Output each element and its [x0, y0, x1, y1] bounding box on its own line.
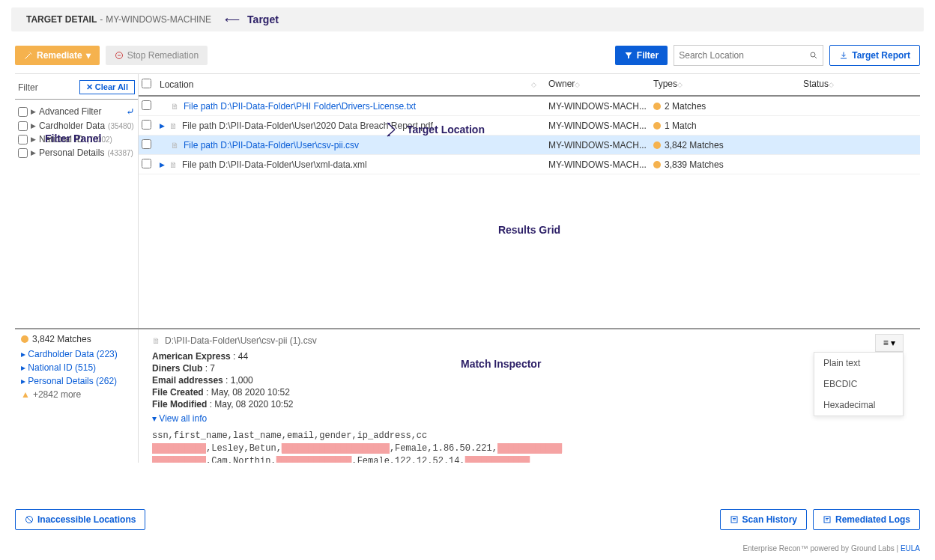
cell-status — [800, 102, 920, 111]
warning-icon: ▲ — [21, 389, 30, 400]
cell-owner: MY-WINDOWS-MACH... — [545, 116, 650, 136]
arrow-split-icon — [386, 118, 404, 141]
filter-item-advanced[interactable]: ▶ Advanced Filter ⤶ — [18, 104, 135, 119]
inspector-more[interactable]: ▲+2842 more — [21, 388, 132, 401]
inspector-group-cardholder[interactable]: ▸ Cardholder Data (223) — [21, 347, 132, 361]
search-input[interactable] — [679, 50, 809, 61]
scan-history-button[interactable]: Scan History — [720, 509, 807, 530]
wand-icon — [24, 51, 33, 60]
remediate-button[interactable]: Remediate ▾ — [15, 46, 100, 65]
sort-icon: ◇ — [677, 81, 689, 88]
cell-status — [800, 141, 920, 150]
cell-types: 1 Match — [650, 116, 800, 136]
col-check-header[interactable] — [139, 74, 157, 95]
remediated-logs-label: Remediated Logs — [835, 514, 910, 525]
format-option-ebcdic[interactable]: EBCDIC — [814, 374, 903, 395]
remediate-label: Remediate — [37, 50, 82, 61]
match-dot-icon — [21, 335, 28, 343]
filter-checkbox[interactable] — [18, 121, 28, 131]
chevron-right-icon: ▶ — [31, 108, 36, 115]
filter-checkbox[interactable] — [18, 148, 28, 158]
chevron-right-icon: ▶ — [31, 122, 36, 130]
eula-link[interactable]: EULA — [901, 544, 920, 553]
table-row[interactable]: ▶🗎File path D:\PII-Data-Folder\User\xml-… — [139, 155, 920, 174]
clear-all-button[interactable]: ✕ Clear All — [79, 80, 135, 94]
location-text: File path D:\PII-Data-Folder\User\csv-pi… — [184, 140, 359, 150]
remediated-logs-button[interactable]: Remediated Logs — [813, 509, 920, 530]
target-report-button[interactable]: Target Report — [829, 45, 920, 66]
filter-list: ▶ Advanced Filter ⤶ ▶ Cardholder Data (3… — [15, 100, 138, 164]
cell-location[interactable]: ▶🗎File path D:\PII-Data-Folder\User\2020… — [157, 116, 545, 136]
col-owner-header[interactable]: Owner◇ — [545, 74, 650, 95]
format-option-plain[interactable]: Plain text — [814, 353, 903, 374]
annotation-target-location: Target Location — [386, 118, 485, 141]
svg-line-3 — [815, 57, 817, 59]
cell-location[interactable]: 🗎File path D:\PII-Data-Folder\PHI Folder… — [157, 97, 545, 116]
cell-owner: MY-WINDOWS-MACH... — [545, 136, 650, 155]
filter-checkbox[interactable] — [18, 107, 28, 117]
filter-head: Filter ✕ Clear All — [15, 77, 138, 100]
col-status-header[interactable]: Status◇ — [800, 74, 920, 95]
inspector-filepath: 🗎 D:\PII-Data-Folder\User\csv-pii (1).cs… — [152, 335, 907, 346]
filter-item-cardholder[interactable]: ▶ Cardholder Data (35480) — [18, 119, 135, 133]
history-icon — [730, 515, 739, 524]
row-checkbox[interactable] — [142, 159, 151, 168]
meta-line: File Modified : May, 08 2020 10:52 — [152, 398, 907, 410]
chevron-right-icon: ▶ — [31, 149, 36, 156]
inspector-group-national-id[interactable]: ▸ National ID (515) — [21, 361, 132, 374]
row-checkbox[interactable] — [142, 100, 151, 110]
format-menu-button[interactable]: ≡ ▾ — [875, 334, 904, 352]
filter-label: Cardholder Data — [39, 121, 105, 131]
grid-body: 🗎File path D:\PII-Data-Folder\PHI Folder… — [139, 97, 920, 174]
search-box[interactable] — [674, 45, 823, 66]
page-title-prefix: TARGET DETAIL — [26, 14, 97, 25]
cell-location[interactable]: 🗎File path D:\PII-Data-Folder\User\csv-p… — [157, 136, 545, 155]
sort-icon: ◇ — [575, 81, 586, 88]
chevron-right-icon: ▶ — [31, 136, 36, 143]
raw-preview: ssn,first_name,last_name,email,gender,ip… — [152, 430, 907, 463]
cell-status — [800, 121, 920, 130]
toolbar: Remediate ▾ Stop Remediation Filter Targ… — [0, 37, 935, 73]
col-types-header[interactable]: Types◇ — [650, 74, 800, 95]
view-all-info-link[interactable]: ▾ View all info — [152, 413, 207, 424]
match-dot-icon — [653, 141, 661, 149]
format-option-hex[interactable]: Hexadecimal — [814, 395, 903, 416]
page-title-target: MY-WINDOWS-MACHINE — [106, 14, 211, 25]
grid-header: Location◇ Owner◇ Types◇ Status◇ — [139, 74, 920, 97]
svg-line-5 — [27, 517, 32, 523]
filter-panel: Filter ✕ Clear All ▶ Advanced Filter ⤶ ▶… — [15, 74, 139, 328]
svg-point-2 — [811, 52, 815, 57]
header-bar: TARGET DETAIL - MY-WINDOWS-MACHINE ⟵ Tar… — [11, 7, 924, 31]
file-icon: 🗎 — [152, 336, 160, 345]
stop-icon — [115, 51, 124, 60]
cell-types: 2 Matches — [650, 97, 800, 116]
location-text: File path D:\PII-Data-Folder\PHI Folder\… — [184, 101, 416, 112]
inspector-left-panel: 3,842 Matches ▸ Cardholder Data (223) ▸ … — [15, 329, 139, 463]
file-icon: 🗎 — [171, 102, 179, 111]
main-content: Filter ✕ Clear All ▶ Advanced Filter ⤶ ▶… — [15, 73, 920, 328]
cell-owner: MY-WINDOWS-MACH... — [545, 97, 650, 116]
cell-location[interactable]: ▶🗎File path D:\PII-Data-Folder\User\xml-… — [157, 155, 545, 174]
table-row[interactable]: 🗎File path D:\PII-Data-Folder\User\csv-p… — [139, 136, 920, 155]
inaccessible-locations-button[interactable]: Inaccessible Locations — [15, 509, 145, 530]
file-icon: 🗎 — [169, 121, 178, 130]
row-checkbox[interactable] — [142, 139, 151, 149]
filter-button[interactable]: Filter — [615, 46, 668, 65]
block-icon — [25, 515, 34, 524]
table-row[interactable]: ▶🗎File path D:\PII-Data-Folder\User\2020… — [139, 116, 920, 136]
match-dot-icon — [653, 122, 661, 130]
row-checkbox[interactable] — [142, 120, 151, 130]
table-row[interactable]: 🗎File path D:\PII-Data-Folder\PHI Folder… — [139, 97, 920, 116]
col-location-header[interactable]: Location◇ — [157, 74, 545, 95]
match-dot-icon — [653, 103, 661, 110]
annotation-filter-panel: Filter Panel — [45, 133, 101, 144]
stop-remediation-button[interactable]: Stop Remediation — [106, 46, 208, 65]
filter-item-personal[interactable]: ▶ Personal Details (43387) — [18, 146, 135, 159]
cell-owner: MY-WINDOWS-MACH... — [545, 155, 650, 174]
filter-count: (35480) — [108, 122, 133, 130]
results-grid: Location◇ Owner◇ Types◇ Status◇ 🗎File pa… — [139, 74, 920, 328]
filter-checkbox[interactable] — [18, 135, 28, 144]
filter-label: Personal Details — [39, 147, 104, 158]
inspector-group-personal[interactable]: ▸ Personal Details (262) — [21, 374, 132, 388]
select-all-checkbox[interactable] — [142, 79, 151, 88]
